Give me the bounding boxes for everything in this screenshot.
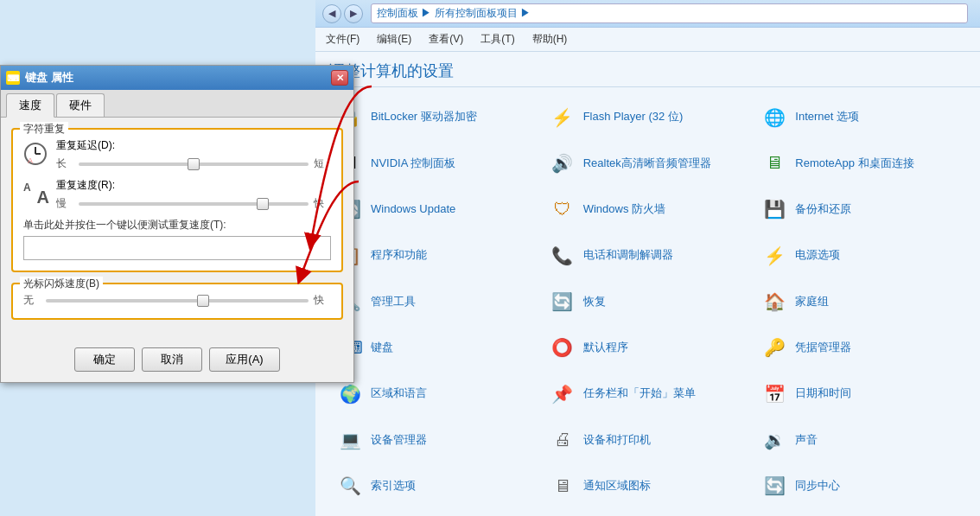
cp-item-nvidia[interactable]: 🖥 NVIDIA 控制面板 [329,142,542,184]
cp-item-devices[interactable]: 🖨 设备和打印机 [542,418,754,461]
homegroup-label: 家庭组 [795,295,829,309]
realtek-label: Realtek高清晰音频管理器 [583,156,711,171]
ok-button[interactable]: 确定 [74,347,135,372]
default-icon: ⭕ [549,334,576,361]
menu-view[interactable]: 查看(V) [425,30,467,48]
items-grid: 🔒 BitLocker 驱动器加密 ⚡ Flash Player (32 位) … [315,87,980,516]
recovery-icon: 🔄 [549,288,576,315]
cp-item-firewall[interactable]: 🛡 Windows 防火墙 [542,188,754,231]
repeat-rate-track [79,202,309,206]
repeat-rate-max: 快 [314,196,331,211]
cursor-thumb[interactable] [197,295,209,307]
firewall-icon: 🛡 [549,195,576,223]
menu-edit[interactable]: 编辑(E) [373,30,415,48]
repeat-delay-thumb[interactable] [188,158,200,170]
aa-icon: A A [23,182,49,207]
cp-item-devmgr[interactable]: 💻 设备管理器 [329,418,542,461]
forward-button[interactable]: ▶ [344,4,363,23]
realtek-icon: 🔊 [549,150,576,177]
flash-icon: ⚡ [549,104,576,131]
cp-item-bitlocker[interactable]: 🔒 BitLocker 驱动器加密 [329,96,542,138]
cp-item-phone[interactable]: 📞 电话和调制解调器 [542,234,754,277]
backup-icon: 💾 [760,195,788,223]
menu-help[interactable]: 帮助(H) [529,30,571,48]
content-header: 调整计算机的设置 [315,52,980,87]
kbd-test-input[interactable] [23,236,331,260]
kbd-title-text: 键盘 属性 [25,70,73,86]
cursor-slider-container: 无 快 [23,293,331,308]
cp-item-datetime[interactable]: 📅 日期和时间 [754,373,966,415]
flash-label: Flash Player (32 位) [583,110,684,124]
phone-label: 电话和调制解调器 [583,248,673,263]
kbd-close-button[interactable]: ✕ [331,70,348,86]
repeat-rate-row: A A 重复速度(R): 慢 快 [23,178,331,211]
cp-item-flash[interactable]: ⚡ Flash Player (32 位) [542,96,754,138]
remoteapp-icon: 🖥 [760,150,788,177]
cp-item-power[interactable]: ⚡ 电源选项 [754,234,966,277]
cp-item-windows-update[interactable]: 🔄 Windows Update [329,188,542,231]
cp-item-homegroup[interactable]: 🏠 家庭组 [754,280,966,322]
bitlocker-label: BitLocker 驱动器加密 [371,110,477,124]
back-button[interactable]: ◀ [322,4,341,23]
cp-item-sound[interactable]: 🔉 声音 [754,418,966,461]
cp-item-notify[interactable]: 🖥 通知区域图标 [542,465,754,507]
cp-item-default[interactable]: ⭕ 默认程序 [542,327,754,369]
repeat-rate-thumb[interactable] [257,198,269,210]
region-icon: 🌍 [336,380,364,408]
menu-file[interactable]: 文件(F) [322,30,363,48]
kbd-titlebar: ⌨ 键盘 属性 ✕ [1,66,353,90]
datetime-label: 日期和时间 [795,386,851,401]
region-label: 区域和语言 [371,386,427,401]
sound-label: 声音 [795,433,818,448]
homegroup-icon: 🏠 [760,288,788,315]
index-label: 索引选项 [371,479,416,494]
cursor-min: 无 [23,293,41,308]
cp-item-backup[interactable]: 💾 备份和还原 [754,188,966,231]
internet-icon: 🌐 [760,104,788,131]
cp-item-recovery[interactable]: 🔄 恢复 [542,280,754,322]
keyboard-properties-dialog: ⌨ 键盘 属性 ✕ 速度 硬件 字符重复 A [0,65,354,383]
cp-item-admin-tools[interactable]: 🔧 管理工具 [329,280,542,322]
kbd-tabs: 速度 硬件 [1,90,353,118]
control-panel-window: ◀ ▶ 控制面板 ▶ 所有控制面板项目 ▶ 文件(F) 编辑(E) 查看(V) … [315,0,980,516]
credential-label: 凭据管理器 [795,341,851,355]
cp-item-remoteapp[interactable]: 🖥 RemoteApp 和桌面连接 [754,142,966,184]
cancel-button[interactable]: 取消 [142,347,202,372]
cp-item-region[interactable]: 🌍 区域和语言 [329,373,542,415]
menu-tools[interactable]: 工具(T) [477,30,518,48]
firewall-label: Windows 防火墙 [583,202,665,217]
cp-item-sync[interactable]: 🔄 同步中心 [754,465,966,507]
menubar: 文件(F) 编辑(E) 查看(V) 工具(T) 帮助(H) [315,28,980,52]
cp-item-internet[interactable]: 🌐 Internet 选项 [754,96,966,138]
cp-item-taskbar[interactable]: 📌 任务栏和「开始」菜单 [542,373,754,415]
cp-item-credential[interactable]: 🔑 凭据管理器 [754,327,966,369]
kbd-test-label: 单击此处并按住一个键以便测试重复速度(T): [23,218,331,233]
repeat-rate-label: 重复速度(R): [56,178,331,193]
address-bar[interactable]: 控制面板 ▶ 所有控制面板项目 ▶ [371,3,968,23]
cp-item-realtek[interactable]: 🔊 Realtek高清晰音频管理器 [542,142,754,184]
kbd-tab-speed[interactable]: 速度 [6,93,54,118]
cp-item-keyboard[interactable]: ⌨ 键盘 [329,327,542,369]
kbd-title-icon: ⌨ [6,71,20,85]
keyboard-label: 键盘 [371,341,393,355]
repeat-delay-min: 长 [56,156,73,171]
index-icon: 🔍 [336,472,364,500]
cp-item-index[interactable]: 🔍 索引选项 [329,465,542,507]
sync-label: 同步中心 [795,479,840,494]
kbd-test-area: 单击此处并按住一个键以便测试重复速度(T): [23,218,331,260]
repeat-rate-min: 慢 [56,196,73,211]
apply-button[interactable]: 应用(A) [209,347,279,372]
cp-item-programs[interactable]: 📋 程序和功能 [329,234,542,277]
remoteapp-label: RemoteApp 和桌面连接 [795,156,913,171]
cursor-blink-title: 光标闪烁速度(B) [20,277,103,291]
credential-icon: 🔑 [760,334,788,361]
repeat-delay-row: A 重复延迟(D): 长 短 [23,138,331,171]
phone-icon: 📞 [549,242,576,270]
datetime-icon: 📅 [760,380,788,408]
kbd-tab-hardware[interactable]: 硬件 [56,93,105,117]
default-label: 默认程序 [583,341,628,355]
windows-update-label: Windows Update [371,202,455,217]
devices-icon: 🖨 [549,426,576,454]
sound-icon: 🔉 [760,426,788,454]
cursor-blink-group: 光标闪烁速度(B) 无 快 [11,283,343,320]
